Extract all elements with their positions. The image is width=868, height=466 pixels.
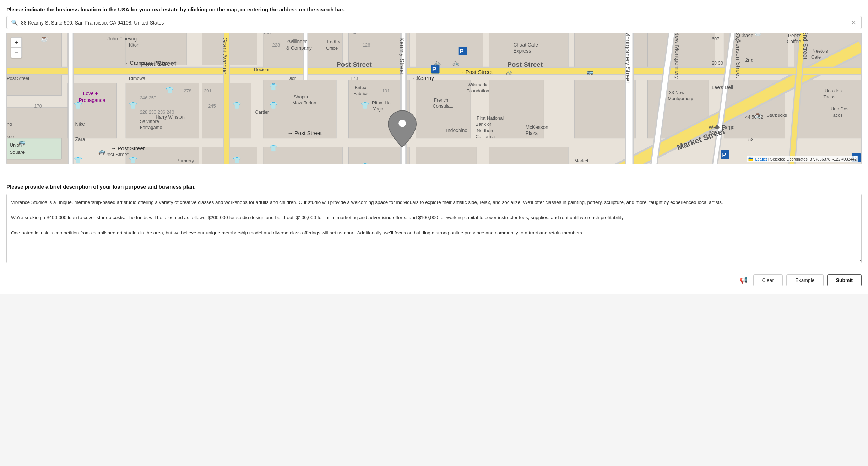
svg-text:Tacos: Tacos bbox=[831, 113, 843, 118]
svg-text:Bank of: Bank of bbox=[476, 121, 491, 127]
leaflet-link[interactable]: Leaflet bbox=[755, 157, 767, 161]
svg-text:👕: 👕 bbox=[233, 156, 241, 164]
svg-text:Consulat...: Consulat... bbox=[433, 103, 455, 109]
svg-text:Post Street: Post Street bbox=[104, 152, 129, 157]
svg-text:2nd: 2nd bbox=[735, 38, 742, 43]
svg-text:Northern: Northern bbox=[477, 128, 494, 133]
map-svg: Post Street Post Street Post Street Maid… bbox=[7, 33, 861, 164]
svg-text:Lee's Deli: Lee's Deli bbox=[712, 85, 733, 90]
svg-text:58: 58 bbox=[748, 137, 753, 142]
svg-text:Cartier: Cartier bbox=[255, 109, 269, 115]
action-bar: 📢 Clear Example Submit bbox=[6, 269, 862, 288]
map-zoom-controls: + − bbox=[11, 37, 22, 58]
svg-text:🚌: 🚌 bbox=[587, 69, 594, 75]
map-attribution: 🇺🇦 Leaflet | Selected Coordinates: 37.78… bbox=[747, 156, 859, 162]
svg-text:🚌: 🚌 bbox=[18, 139, 26, 146]
svg-text:👕: 👕 bbox=[269, 101, 278, 109]
svg-text:Zwillinger: Zwillinger bbox=[286, 39, 307, 44]
svg-text:👕: 👕 bbox=[129, 156, 137, 164]
loan-instruction-text: Please provide a brief description of yo… bbox=[6, 184, 862, 190]
loan-description-textarea[interactable] bbox=[6, 194, 862, 263]
search-icon: 🔍 bbox=[11, 19, 18, 26]
svg-text:French: French bbox=[434, 97, 448, 103]
svg-text:& Company: & Company bbox=[286, 45, 312, 51]
svg-text:nd: nd bbox=[7, 121, 12, 127]
svg-text:P: P bbox=[722, 151, 726, 158]
svg-text:Kearny Street: Kearny Street bbox=[398, 37, 406, 75]
svg-rect-25 bbox=[648, 33, 715, 71]
submit-button[interactable]: Submit bbox=[827, 274, 862, 286]
svg-text:Foundation: Foundation bbox=[466, 88, 489, 93]
svg-text:Britex: Britex bbox=[355, 85, 367, 90]
megaphone-icon: 📢 bbox=[740, 276, 748, 284]
zoom-in-button[interactable]: + bbox=[11, 38, 21, 48]
svg-text:Uno dos: Uno dos bbox=[825, 88, 842, 93]
svg-text:278: 278 bbox=[184, 88, 191, 93]
svg-text:Ferragamo: Ferragamo bbox=[140, 125, 162, 130]
svg-text:Express: Express bbox=[513, 48, 531, 54]
svg-text:First National: First National bbox=[477, 115, 504, 121]
map-instruction-text: Please indicate the business location in… bbox=[6, 6, 862, 12]
svg-text:California: California bbox=[476, 134, 495, 139]
svg-text:P: P bbox=[460, 48, 463, 55]
svg-text:201: 201 bbox=[204, 88, 211, 93]
svg-text:Indochino: Indochino bbox=[446, 128, 467, 133]
example-button[interactable]: Example bbox=[786, 274, 823, 286]
svg-text:→ Post Street: → Post Street bbox=[288, 130, 322, 136]
svg-text:FedEx: FedEx bbox=[327, 39, 341, 44]
svg-text:Market: Market bbox=[574, 158, 588, 163]
clear-button[interactable]: Clear bbox=[753, 274, 783, 286]
svg-text:28 30: 28 30 bbox=[712, 60, 723, 66]
svg-text:Cafe: Cafe bbox=[811, 54, 821, 60]
svg-text:Wikimedia: Wikimedia bbox=[468, 82, 489, 87]
svg-text:John Fluevog: John Fluevog bbox=[108, 36, 137, 42]
svg-text:607: 607 bbox=[712, 36, 719, 42]
svg-text:Square: Square bbox=[10, 150, 25, 155]
svg-text:P: P bbox=[432, 66, 436, 73]
zoom-out-button[interactable]: − bbox=[11, 48, 21, 58]
svg-text:Montgomery: Montgomery bbox=[668, 96, 693, 101]
map-container[interactable]: Post Street Post Street Post Street Maid… bbox=[6, 33, 862, 164]
svg-text:☕: ☕ bbox=[754, 33, 762, 36]
svg-text:Nike: Nike bbox=[75, 121, 85, 127]
svg-text:→ Post Street: → Post Street bbox=[110, 145, 145, 151]
svg-text:245: 245 bbox=[208, 103, 216, 109]
svg-text:Shapur: Shapur bbox=[294, 94, 309, 99]
svg-text:33 New: 33 New bbox=[669, 90, 685, 95]
svg-text:Rimowa: Rimowa bbox=[129, 76, 146, 81]
svg-text:☕: ☕ bbox=[40, 35, 48, 42]
svg-text:→ Kearny: → Kearny bbox=[409, 75, 434, 81]
svg-text:👕: 👕 bbox=[74, 156, 82, 164]
svg-text:49: 49 bbox=[353, 33, 358, 36]
svg-text:👕: 👕 bbox=[129, 101, 137, 109]
loan-purpose-section: Please provide a brief description of yo… bbox=[6, 184, 862, 269]
svg-text:Post Street: Post Street bbox=[7, 76, 29, 81]
svg-text:🚲: 🚲 bbox=[434, 59, 441, 66]
svg-text:126: 126 bbox=[363, 42, 370, 48]
svg-text:👕: 👕 bbox=[361, 162, 369, 164]
search-clear-button[interactable]: ✕ bbox=[850, 20, 857, 26]
svg-text:170: 170 bbox=[351, 76, 358, 81]
svg-text:👕: 👕 bbox=[233, 101, 241, 109]
svg-text:Plaza: Plaza bbox=[526, 131, 538, 136]
svg-text:🚌: 🚌 bbox=[98, 148, 105, 155]
map-coordinates: Selected Coordinates: 37.7886378, -122.4… bbox=[770, 157, 857, 161]
svg-text:Chaat Cafe: Chaat Cafe bbox=[513, 42, 538, 48]
svg-text:Wells Fargo: Wells Fargo bbox=[709, 125, 734, 130]
svg-text:Love +: Love + bbox=[83, 91, 98, 96]
svg-point-69 bbox=[398, 120, 406, 127]
address-search-input[interactable] bbox=[21, 20, 850, 26]
svg-text:246,250: 246,250 bbox=[140, 95, 157, 101]
svg-text:New Montgomery: New Montgomery bbox=[674, 33, 681, 79]
svg-text:Post Street: Post Street bbox=[336, 61, 372, 68]
map-display[interactable]: Post Street Post Street Post Street Maid… bbox=[7, 33, 861, 164]
svg-text:Mozaffarian: Mozaffarian bbox=[292, 100, 316, 105]
svg-rect-23 bbox=[574, 33, 647, 68]
svg-text:Post Street: Post Street bbox=[507, 61, 543, 68]
svg-text:605: 605 bbox=[709, 131, 717, 136]
svg-rect-223 bbox=[7, 138, 62, 159]
svg-text:Starbucks: Starbucks bbox=[767, 113, 787, 118]
svg-text:35: 35 bbox=[416, 76, 421, 81]
section-divider bbox=[6, 175, 862, 175]
svg-text:Office: Office bbox=[326, 45, 338, 51]
